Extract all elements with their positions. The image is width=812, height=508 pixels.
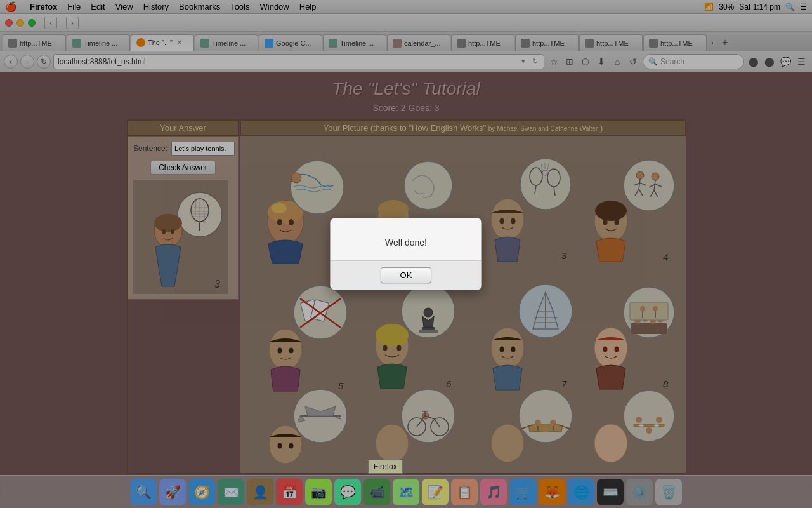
modal-content: Well done! [331, 218, 481, 260]
modal-buttons: OK [331, 261, 481, 290]
modal-ok-button[interactable]: OK [381, 267, 432, 283]
modal-overlay: Well done! OK [0, 0, 812, 508]
modal-dialog: Well done! OK [330, 218, 482, 290]
modal-message: Well done! [385, 237, 427, 248]
